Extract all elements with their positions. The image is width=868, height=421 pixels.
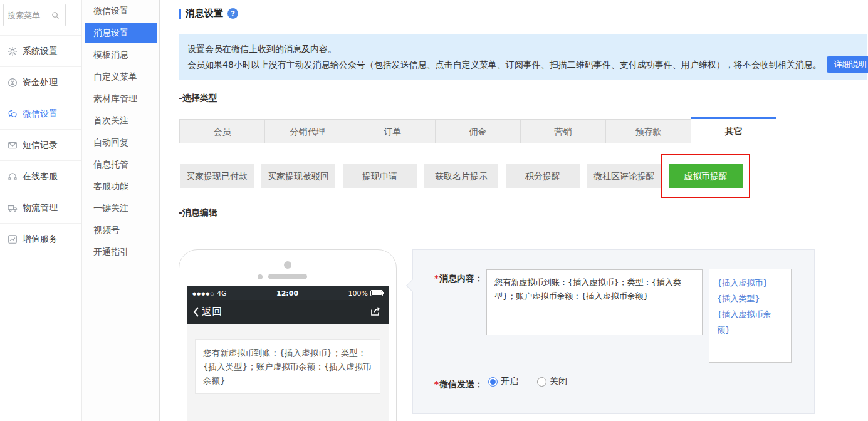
required-mark: *	[434, 273, 439, 283]
radio-on-label: 开启	[501, 376, 518, 387]
sidebar-menu: 系统设置 资金处理 微信设置 短信记录 在线客服 物流管理	[0, 35, 81, 254]
submenu-item-first-follow[interactable]: 首次关注	[82, 110, 159, 132]
tab-other[interactable]: 其它	[691, 117, 776, 145]
submenu-item-custom-menu[interactable]: 自定义菜单	[82, 66, 159, 88]
share-icon	[369, 305, 382, 320]
back-chevron-icon	[193, 307, 199, 317]
phone-speaker-bar	[268, 274, 307, 279]
notice-line1: 设置会员在微信上收到的消息及内容。	[187, 41, 858, 56]
network-label: 4G	[217, 289, 227, 298]
help-icon[interactable]: ?	[227, 8, 238, 19]
detail-button[interactable]: 详细说明	[827, 56, 868, 73]
message-content-textarea[interactable]: 您有新虚拟币到账：{插入虚拟币}；类型：{插入类型}；账户虚拟币余额：{插入虚拟…	[486, 269, 703, 335]
battery-percent: 100%	[348, 289, 368, 298]
message-preview: 您有新虚拟币到账：{插入虚拟币}；类型：{插入类型}；账户虚拟币余额：{插入虚拟…	[195, 339, 380, 394]
tab-commission[interactable]: 佣金	[435, 119, 521, 143]
sidebar-item-online-service[interactable]: 在线客服	[0, 160, 81, 192]
sidebar-item-sms-records[interactable]: 短信记录	[0, 129, 81, 160]
message-edit-panel: *消息内容： 您有新虚拟币到账：{插入虚拟币}；类型：{插入类型}；账户虚拟币余…	[412, 249, 815, 414]
back-label: 返回	[202, 306, 222, 319]
annotation-highlight-box	[661, 154, 750, 198]
subtype-community-comment-reminder-button[interactable]: 微社区评论提醒	[587, 164, 661, 188]
notice-box: 设置会员在微信上收到的消息及内容。 会员如果48小时以上没有主动发消息给公众号（…	[179, 34, 867, 80]
wechat-send-radios: 开启 关闭	[488, 376, 567, 387]
main-content: 消息设置 ? 设置会员在微信上收到的消息及内容。 会员如果48小时以上没有主动发…	[160, 0, 868, 421]
sidebar-item-funds[interactable]: 资金处理	[0, 66, 81, 98]
sidebar-item-label: 微信设置	[23, 108, 58, 120]
type-section-heading: -选择类型	[179, 93, 217, 104]
sidebar-item-system-settings[interactable]: 系统设置	[0, 35, 81, 66]
phone-nav-bar: 返回	[187, 300, 389, 324]
menu-search-box[interactable]	[3, 4, 66, 26]
phone-camera-dot	[284, 261, 291, 269]
submenu-item-material-library[interactable]: 素材库管理	[82, 88, 159, 110]
page-title: 消息设置	[186, 8, 223, 19]
page-header: 消息设置 ?	[179, 8, 238, 19]
subtype-get-card-tip-button[interactable]: 获取名片提示	[424, 164, 498, 188]
tab-distribution-agent[interactable]: 分销代理	[264, 119, 350, 143]
phone-preview: ●●●●○ 4G 12:00 100% 返回 您有新虚拟币到账：{插入虚拟币}；…	[179, 249, 397, 421]
insert-virtual-coin-link[interactable]: {插入虚拟币}	[717, 275, 783, 291]
sidebar-item-logistics[interactable]: 物流管理	[0, 192, 81, 223]
truck-icon	[8, 203, 18, 213]
submenu-item-one-key-follow[interactable]: 一键关注	[82, 197, 159, 219]
back-button: 返回	[193, 306, 222, 319]
phone-screen: ●●●●○ 4G 12:00 100% 返回 您有新虚拟币到账：{插入虚拟币}；…	[187, 286, 389, 421]
tab-prestore[interactable]: 预存款	[605, 119, 691, 143]
clock-label: 12:00	[276, 289, 298, 298]
insert-type-link[interactable]: {插入类型}	[717, 291, 783, 306]
search-input[interactable]	[8, 11, 51, 20]
type-tabs: 会员 分销代理 订单 佣金 营销 预存款 其它	[180, 119, 776, 145]
submenu-item-info-hosting[interactable]: 信息托管	[82, 153, 159, 175]
submenu-item-message-settings[interactable]: 消息设置	[85, 23, 157, 43]
yen-circle-icon	[8, 78, 18, 88]
sidebar-item-label: 短信记录	[23, 140, 58, 151]
search-icon	[51, 11, 60, 19]
submenu-item-activation-guide[interactable]: 开通指引	[82, 241, 159, 263]
radio-on-icon[interactable]	[488, 377, 498, 387]
tab-member[interactable]: 会员	[179, 119, 265, 143]
notice-line2: 会员如果48小时以上没有主动发消息给公众号（包括发送信息、点击自定义菜单、订阅事…	[187, 57, 822, 72]
message-content-label: *消息内容：	[413, 273, 483, 284]
insert-coin-balance-link[interactable]: {插入虚拟币余额}	[717, 306, 783, 338]
battery-indicator: 100%	[348, 289, 383, 298]
title-accent-bar	[179, 9, 181, 19]
subtype-withdraw-rejected-button[interactable]: 买家提现被驳回	[261, 164, 335, 188]
subtype-withdraw-paid-button[interactable]: 买家提现已付款	[180, 164, 254, 188]
mail-icon	[8, 140, 18, 150]
submenu-item-wechat-settings[interactable]: 微信设置	[82, 0, 159, 22]
radio-off-icon[interactable]	[537, 377, 546, 387]
signal-dots: ●●●●○	[192, 291, 215, 296]
primary-sidebar: 系统设置 资金处理 微信设置 短信记录 在线客服 物流管理	[0, 0, 81, 421]
chart-icon	[8, 234, 18, 244]
app-root: 系统设置 资金处理 微信设置 短信记录 在线客服 物流管理	[0, 0, 868, 421]
insert-links-panel: {插入虚拟币} {插入类型} {插入虚拟币余额}	[709, 269, 792, 363]
sidebar-item-wechat-settings[interactable]: 微信设置	[0, 98, 81, 129]
radio-option-on[interactable]: 开启	[488, 376, 518, 387]
sidebar-item-label: 物流管理	[23, 202, 58, 214]
sidebar-item-label: 系统设置	[23, 46, 58, 57]
wechat-send-label-text: 微信发送：	[439, 379, 483, 389]
sidebar-item-label: 在线客服	[23, 171, 58, 182]
subtype-withdraw-apply-button[interactable]: 提现申请	[343, 164, 417, 188]
submenu-item-template-message[interactable]: 模板消息	[82, 44, 159, 66]
wechat-send-label: *微信发送：	[413, 379, 483, 390]
tab-order[interactable]: 订单	[350, 119, 436, 143]
submenu-item-service-function[interactable]: 客服功能	[82, 175, 159, 197]
radio-option-off[interactable]: 关闭	[537, 376, 567, 387]
sidebar-item-value-added[interactable]: 增值服务	[0, 223, 81, 254]
signal-indicator: ●●●●○ 4G	[192, 289, 227, 298]
sidebar-item-label: 增值服务	[23, 234, 58, 245]
sidebar-item-label: 资金处理	[23, 77, 58, 88]
message-content-label-text: 消息内容：	[439, 273, 483, 283]
submenu-item-video-account[interactable]: 视频号	[82, 219, 159, 241]
required-mark: *	[434, 379, 439, 389]
phone-content-area: 您有新虚拟币到账：{插入虚拟币}；类型：{插入类型}；账户虚拟币余额：{插入虚拟…	[187, 324, 389, 421]
submenu-item-auto-reply[interactable]: 自动回复	[82, 132, 159, 153]
tab-marketing[interactable]: 营销	[520, 119, 606, 143]
phone-sensor-dot	[258, 274, 263, 279]
battery-icon	[370, 290, 383, 296]
subtype-points-reminder-button[interactable]: 积分提醒	[506, 164, 580, 188]
radio-off-label: 关闭	[550, 376, 567, 387]
phone-status-bar: ●●●●○ 4G 12:00 100%	[187, 286, 389, 300]
